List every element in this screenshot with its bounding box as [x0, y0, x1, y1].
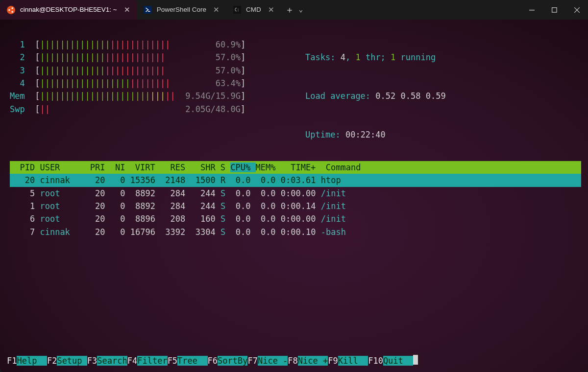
cpu-meters: 1 [|||||||||||||||||||||||||| 60.9%] 2 […	[10, 38, 245, 154]
process-row[interactable]: 6 root 20 0 8896 208 160 S 0.0 0.0 0:00.…	[10, 212, 581, 225]
minimize-button[interactable]	[520, 0, 543, 20]
fkey-label-F9[interactable]: Kill	[338, 356, 368, 366]
cmd-icon: C:	[233, 6, 241, 14]
svg-point-2	[11, 7, 13, 9]
fkey-F7[interactable]: F7	[247, 356, 257, 366]
fkey-F2[interactable]: F2	[47, 356, 57, 366]
svg-rect-5	[148, 11, 150, 12]
fkey-label-F7[interactable]: Nice -	[258, 356, 288, 366]
load-label: Load average:	[305, 91, 375, 101]
process-list[interactable]: 20 cinnak 20 0 15356 2148 1500 R 0.0 0.0…	[10, 174, 581, 238]
swp-meter: Swp [|| 2.05G/48.0G]	[10, 103, 245, 116]
fkey-label-F2[interactable]: Setup	[57, 356, 87, 366]
powershell-icon	[144, 6, 152, 14]
uptime-label: Uptime:	[305, 130, 345, 140]
tab-label: CMD	[246, 5, 261, 15]
function-key-bar: F1Help F2Setup F3SearchF4FilterF5Tree F6…	[7, 354, 581, 367]
fkey-label-F5[interactable]: Tree	[177, 356, 207, 366]
fkey-F9[interactable]: F9	[328, 356, 338, 366]
fkey-label-F6[interactable]: SortBy	[218, 356, 247, 366]
cursor	[413, 355, 417, 365]
tasks-label: Tasks:	[305, 52, 341, 62]
svg-rect-9	[552, 7, 557, 12]
tab-dropdown-button[interactable]: ⌄	[299, 4, 303, 15]
process-row[interactable]: 7 cinnak 20 0 16796 3392 3304 S 0.0 0.0 …	[10, 226, 581, 238]
cpu-meter-1: 1 [|||||||||||||||||||||||||| 60.9%]	[10, 38, 245, 51]
process-row[interactable]: 5 root 20 0 8892 284 244 S 0.0 0.0 0:00.…	[10, 187, 581, 200]
svg-rect-8	[529, 10, 535, 10]
terminal[interactable]: 1 [|||||||||||||||||||||||||| 60.9%] 2 […	[0, 20, 588, 372]
fkey-label-F1[interactable]: Help	[17, 356, 47, 366]
tab-label: cinnak@DESKTOP-BHE5EV1: ~	[20, 5, 117, 15]
svg-point-0	[7, 6, 15, 14]
close-icon[interactable]: ✕	[268, 4, 274, 15]
fkey-F10[interactable]: F10	[368, 356, 383, 366]
cpu-meter-4: 4 [|||||||||||||||||||||||||| 63.4%]	[10, 77, 245, 90]
svg-point-1	[8, 9, 10, 10]
cpu-meter-3: 3 [||||||||||||||||||||||||| 57.0%]	[10, 64, 245, 77]
ubuntu-icon	[7, 6, 15, 14]
sort-column-cpu[interactable]: CPU%	[230, 163, 255, 172]
fkey-label-F8[interactable]: Nice +	[298, 356, 328, 366]
process-row[interactable]: 20 cinnak 20 0 15356 2148 1500 R 0.0 0.0…	[10, 174, 581, 186]
fkey-F5[interactable]: F5	[168, 356, 177, 366]
mem-meter: Mem [||||||||||||||||||||||||||| 9.54G/1…	[10, 90, 245, 102]
system-info: Tasks: 4, 1 thr; 1 running Load average:…	[265, 38, 446, 154]
tabs: cinnak@DESKTOP-BHE5EV1: ~ ✕ PowerShell C…	[0, 0, 281, 20]
tab-label: PowerShell Core	[157, 5, 206, 15]
titlebar: cinnak@DESKTOP-BHE5EV1: ~ ✕ PowerShell C…	[0, 0, 588, 20]
close-icon[interactable]: ✕	[124, 4, 130, 15]
fkey-label-F4[interactable]: Filter	[137, 356, 167, 366]
fkey-F3[interactable]: F3	[87, 356, 97, 366]
svg-point-3	[11, 11, 13, 12]
new-tab-button[interactable]: ＋	[285, 3, 294, 17]
close-icon[interactable]: ✕	[213, 4, 220, 15]
tab-ubuntu[interactable]: cinnak@DESKTOP-BHE5EV1: ~ ✕	[0, 0, 137, 20]
cpu-meter-2: 2 [||||||||||||||||||||||||| 57.0%]	[10, 51, 245, 64]
window-controls	[520, 0, 588, 20]
fkey-F8[interactable]: F8	[288, 356, 297, 366]
fkey-label-F3[interactable]: Search	[97, 356, 127, 366]
fkey-F4[interactable]: F4	[127, 356, 137, 366]
tab-cmd[interactable]: C: CMD ✕	[226, 0, 281, 20]
process-header[interactable]: PID USER PRI NI VIRT RES SHR S CPU% MEM%…	[10, 161, 581, 174]
fkey-F6[interactable]: F6	[208, 356, 218, 366]
fkey-label-F10[interactable]: Quit	[383, 356, 413, 366]
process-row[interactable]: 1 root 20 0 8892 284 244 S 0.0 0.0 0:00.…	[10, 200, 581, 212]
tab-powershell[interactable]: PowerShell Core ✕	[137, 0, 226, 20]
maximize-button[interactable]	[543, 0, 565, 20]
svg-text:C:: C:	[235, 8, 240, 12]
close-window-button[interactable]	[565, 0, 588, 20]
fkey-F1[interactable]: F1	[7, 356, 17, 366]
